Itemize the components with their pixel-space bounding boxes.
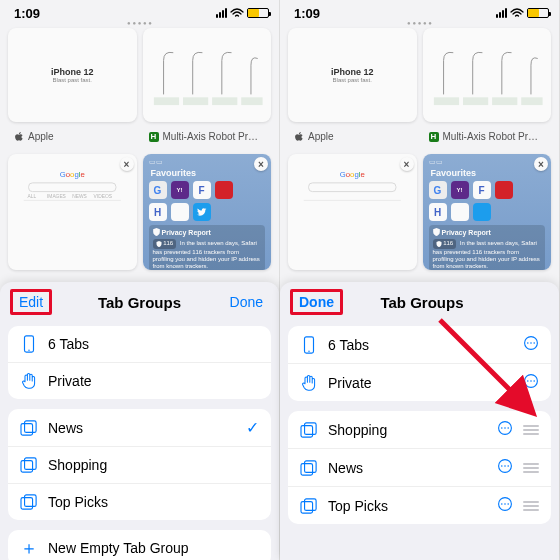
svg-rect-16: [25, 420, 37, 432]
svg-rect-46: [301, 463, 313, 475]
svg-rect-1: [153, 97, 178, 105]
tab-thumbnail-apple[interactable]: iPhone 12 Blast past fast.: [288, 28, 417, 122]
svg-text:VIDEOS: VIDEOS: [94, 194, 113, 199]
tab-thumbnail-robot[interactable]: [143, 28, 272, 122]
svg-text:ALL: ALL: [28, 194, 37, 199]
group-row[interactable]: Shopping: [8, 447, 271, 484]
close-icon[interactable]: ×: [534, 157, 548, 171]
tab-thumbnail-google[interactable]: × Google: [288, 154, 417, 270]
svg-rect-2: [182, 97, 207, 105]
new-group-row[interactable]: ＋ New Empty Tab Group: [8, 530, 271, 560]
svg-rect-15: [21, 423, 33, 435]
clock: 1:09: [14, 6, 40, 21]
svg-text:Google: Google: [60, 170, 85, 179]
more-icon[interactable]: [497, 458, 513, 477]
svg-point-55: [501, 503, 503, 505]
tabgroup-icon: ▭▭: [429, 158, 546, 166]
shield-icon: [153, 228, 160, 238]
tab-thumbnail-favorites[interactable]: × ▭▭ Favourites G Y! F H Privacy Report: [423, 154, 552, 270]
tabs-count-row[interactable]: 6 Tabs: [288, 326, 551, 364]
checkmark-icon: ✓: [246, 418, 259, 437]
new-group-section: ＋ New Empty Tab Group: [8, 530, 271, 560]
svg-rect-25: [521, 97, 542, 105]
svg-text:IMAGES: IMAGES: [47, 194, 67, 199]
favorites-grid: G Y! F H: [149, 181, 266, 221]
svg-rect-18: [25, 458, 37, 470]
svg-rect-17: [21, 461, 33, 473]
done-button[interactable]: Done: [292, 292, 341, 312]
done-button[interactable]: Done: [223, 292, 267, 312]
signal-icon: [496, 8, 507, 18]
tabgroup-icon: [300, 459, 318, 477]
drag-handle-icon[interactable]: [523, 463, 539, 473]
svg-rect-24: [492, 97, 517, 105]
svg-rect-19: [21, 498, 33, 510]
svg-rect-40: [301, 425, 313, 437]
tabs-icon: [300, 336, 318, 354]
svg-rect-20: [25, 495, 37, 507]
svg-point-51: [507, 465, 509, 467]
site-badge-icon: H: [429, 132, 439, 142]
thumb-title: iPhone 12: [51, 67, 94, 77]
tabgroup-icon: [20, 493, 38, 511]
tab-groups-sheet: Edit Tab Groups Done 6 Tabs Private: [0, 282, 279, 560]
plus-icon: ＋: [20, 539, 38, 557]
svg-rect-53: [305, 498, 317, 510]
tab-label-robot: H Multi-Axis Robot Product...: [143, 128, 272, 148]
group-row[interactable]: News: [288, 449, 551, 487]
group-row[interactable]: Shopping: [288, 411, 551, 449]
groups-section: News ✓ Shopping Top Picks: [8, 409, 271, 520]
svg-point-45: [507, 427, 509, 429]
google-page: Google ALLIMAGESNEWSVIDEOS: [14, 160, 131, 264]
svg-point-31: [308, 350, 309, 351]
close-icon[interactable]: ×: [254, 157, 268, 171]
svg-point-43: [501, 427, 503, 429]
svg-rect-23: [462, 97, 487, 105]
drag-handle-icon[interactable]: [523, 501, 539, 511]
svg-point-44: [504, 427, 506, 429]
group-row[interactable]: News ✓: [8, 409, 271, 447]
svg-rect-52: [301, 501, 313, 513]
signal-icon: [216, 8, 227, 18]
groups-section-editing: Shopping News Top Pick: [288, 411, 551, 524]
more-icon[interactable]: [523, 373, 539, 392]
svg-rect-3: [212, 97, 237, 105]
close-icon[interactable]: ×: [120, 157, 134, 171]
group-row[interactable]: Top Picks: [8, 484, 271, 520]
tab-groups-sheet-editing: Done Tab Groups 6 Tabs Private: [280, 282, 559, 560]
tab-thumbnail-google[interactable]: × Google ALLIMAGESNEWSVIDEOS: [8, 154, 137, 270]
tab-thumbnail-favorites[interactable]: × ▭▭ Favourites G Y! F H: [143, 154, 272, 270]
wifi-icon: [510, 8, 524, 18]
more-icon[interactable]: [523, 335, 539, 354]
privacy-report: Privacy Report 116 In the last seven day…: [429, 225, 546, 270]
tabs-section: 6 Tabs Private: [8, 326, 271, 399]
svg-point-38: [530, 380, 532, 382]
privacy-report: Privacy Report 116 In the last seven day…: [149, 225, 266, 270]
tab-label-robot: H Multi-Axis Robot Product...: [423, 128, 552, 148]
private-row[interactable]: Private: [8, 363, 271, 399]
group-row[interactable]: Top Picks: [288, 487, 551, 524]
battery-icon: [247, 8, 269, 18]
svg-point-34: [530, 342, 532, 344]
more-icon[interactable]: [497, 496, 513, 515]
sheet-title: Tab Groups: [56, 294, 223, 311]
svg-rect-47: [305, 460, 317, 472]
close-icon[interactable]: ×: [400, 157, 414, 171]
clock: 1:09: [294, 6, 320, 21]
tabgroup-icon: [20, 419, 38, 437]
sheet-title: Tab Groups: [341, 294, 503, 311]
tabs-count-row[interactable]: 6 Tabs: [8, 326, 271, 363]
svg-point-35: [533, 342, 535, 344]
more-icon[interactable]: [497, 420, 513, 439]
private-row[interactable]: Private: [288, 364, 551, 401]
svg-point-39: [533, 380, 535, 382]
tabgroup-icon: ▭▭: [149, 158, 266, 166]
tabgroup-icon: [300, 421, 318, 439]
tab-thumbnail-apple[interactable]: iPhone 12 Blast past fast.: [8, 28, 137, 122]
right-screenshot: 1:09 ● ● ● ● ● iPhone 12 Blast past fast…: [280, 0, 560, 560]
tab-thumbnail-robot[interactable]: [423, 28, 552, 122]
favorites-title: Favourites: [151, 168, 266, 178]
drag-handle-icon[interactable]: [523, 425, 539, 435]
edit-button[interactable]: Edit: [12, 292, 56, 312]
battery-icon: [527, 8, 549, 18]
